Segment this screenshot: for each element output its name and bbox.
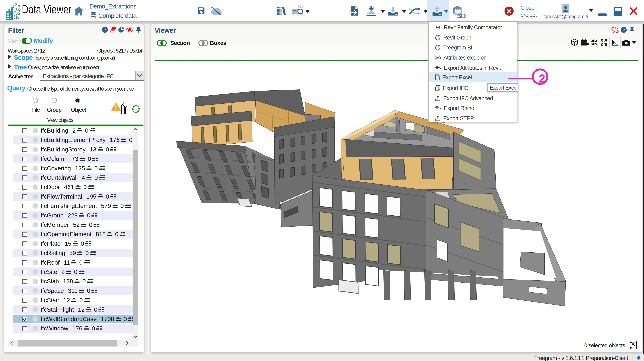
svg-text:?: ? [623,28,625,32]
svg-text:?: ? [104,28,106,32]
